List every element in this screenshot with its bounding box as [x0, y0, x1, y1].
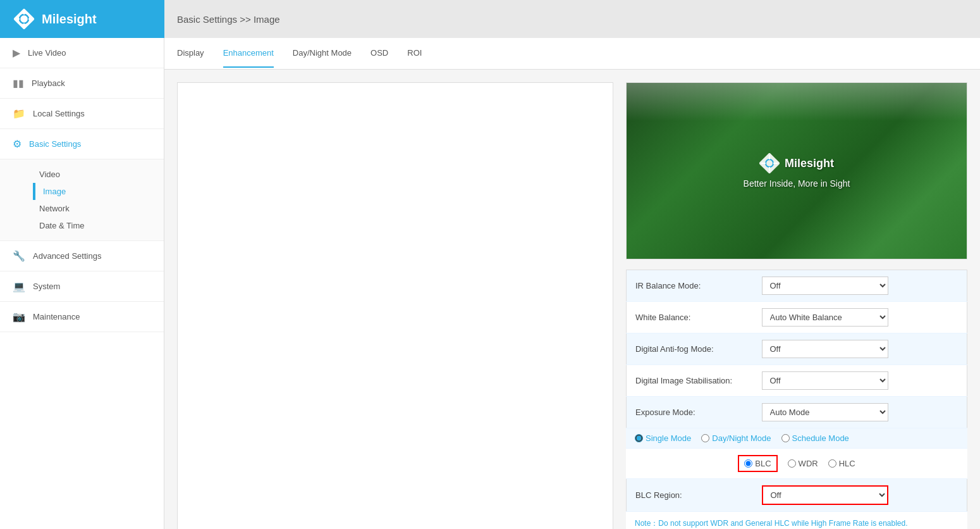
- sidebar-item-label-advanced: Advanced Settings: [33, 251, 101, 261]
- radio-day-night[interactable]: Day/Night Mode: [701, 433, 771, 443]
- select-antifog[interactable]: Off Low Medium High: [762, 340, 888, 358]
- radio-input-single[interactable]: [635, 434, 643, 442]
- camera-overlay: [627, 83, 967, 121]
- select-exposure[interactable]: Auto Mode Manual Mode: [762, 403, 888, 421]
- sidebar-sub-network[interactable]: Network: [33, 200, 164, 217]
- radio-schedule-label: Schedule Mode: [792, 433, 849, 443]
- advanced-icon: 🔧: [13, 250, 25, 262]
- breadcrumb-area: Basic Settings >> Image: [164, 0, 980, 38]
- sidebar-sub-video[interactable]: Video: [33, 166, 164, 183]
- camera-tagline: Better Inside, More in Sight: [744, 178, 850, 189]
- sidebar-item-label-basic-settings: Basic Settings: [29, 139, 81, 149]
- system-icon: 💻: [13, 280, 25, 292]
- sidebar-item-basic-settings[interactable]: ⚙ Basic Settings: [0, 129, 164, 159]
- note-row: Note：Do not support WDR and General HLC …: [626, 512, 967, 529]
- row-antifog: Digital Anti-fog Mode: Off Low Medium Hi…: [627, 333, 967, 365]
- radio-hlc-label[interactable]: HLC: [828, 459, 855, 468]
- row-dis: Digital Image Stabilisation: Off On: [627, 365, 967, 397]
- note-text: Note：Do not support WDR and General HLC …: [635, 519, 908, 528]
- camera-logo-icon: [759, 153, 780, 173]
- radio-single-mode[interactable]: Single Mode: [635, 433, 691, 443]
- select-white-balance[interactable]: Auto White Balance Manual Fluorescent In…: [762, 308, 888, 327]
- milesight-logo-icon: [13, 8, 35, 30]
- blc-text: BLC: [755, 459, 771, 468]
- select-ir-balance[interactable]: Off On Auto: [762, 277, 888, 295]
- left-panel: [177, 82, 613, 529]
- radio-input-schedule[interactable]: [781, 434, 790, 442]
- sidebar-sub-image[interactable]: Image: [35, 183, 164, 200]
- sidebar-sub-date-time[interactable]: Date & Time: [33, 217, 164, 234]
- backlight-row: BLC WDR HLC: [626, 449, 967, 479]
- sidebar-item-playback[interactable]: ▮▮ Playback: [0, 68, 164, 99]
- playback-icon: ▮▮: [13, 77, 24, 89]
- sub-image-label: Image: [43, 187, 66, 196]
- radio-wdr-label[interactable]: WDR: [788, 459, 818, 468]
- hlc-text: HLC: [839, 459, 855, 468]
- maintenance-icon: 📷: [13, 311, 25, 323]
- gear-icon: ⚙: [13, 138, 21, 150]
- tab-display[interactable]: Display: [177, 39, 204, 68]
- sub-network-label: Network: [39, 204, 70, 213]
- logo-area: Milesight: [0, 0, 164, 38]
- right-panel: Milesight Better Inside, More in Sight I…: [626, 82, 967, 529]
- row-blc-region: BLC Region: Off On: [627, 479, 967, 512]
- select-blc-region[interactable]: Off On: [762, 485, 888, 505]
- sidebar-item-label-live-video: Live Video: [28, 48, 66, 58]
- content-inner: Milesight Better Inside, More in Sight I…: [164, 70, 980, 529]
- label-antifog: Digital Anti-fog Mode:: [627, 333, 753, 365]
- radio-hlc[interactable]: [828, 459, 836, 468]
- settings-table: IR Balance Mode: Off On Auto: [626, 270, 967, 428]
- live-video-icon: ▶: [13, 47, 20, 59]
- radio-input-day-night[interactable]: [701, 434, 709, 442]
- main-content: Display Enhancement Day/Night Mode OSD R…: [164, 38, 980, 529]
- folder-icon: 📁: [13, 108, 25, 120]
- radio-single-label: Single Mode: [646, 433, 691, 443]
- sidebar: ▶ Live Video ▮▮ Playback 📁 Local Setting…: [0, 38, 164, 529]
- blc-region-table: BLC Region: Off On: [626, 479, 967, 512]
- sidebar-sub-menu: Video Image Network Date & Time: [0, 159, 164, 241]
- select-dis[interactable]: Off On: [762, 371, 888, 390]
- sub-video-label: Video: [39, 170, 60, 179]
- radio-blc-label[interactable]: BLC: [738, 455, 777, 472]
- sidebar-item-label-maintenance: Maintenance: [33, 312, 80, 321]
- row-white-balance: White Balance: Auto White Balance Manual…: [627, 302, 967, 333]
- sub-date-time-label: Date & Time: [39, 221, 85, 230]
- tab-bar: Display Enhancement Day/Night Mode OSD R…: [164, 38, 980, 70]
- label-dis: Digital Image Stabilisation:: [627, 365, 753, 397]
- label-blc-region: BLC Region:: [627, 479, 753, 512]
- logo-text: Milesight: [42, 12, 97, 27]
- radio-schedule[interactable]: Schedule Mode: [781, 433, 849, 443]
- sidebar-item-advanced-settings[interactable]: 🔧 Advanced Settings: [0, 241, 164, 271]
- sidebar-sub-image-container: Image: [33, 183, 164, 200]
- label-exposure: Exposure Mode:: [627, 397, 753, 428]
- radio-day-night-label: Day/Night Mode: [712, 433, 771, 443]
- tab-day-night-mode[interactable]: Day/Night Mode: [293, 39, 352, 68]
- label-white-balance: White Balance:: [627, 302, 753, 333]
- tab-roi[interactable]: ROI: [407, 39, 422, 68]
- wdr-text: WDR: [799, 459, 818, 468]
- camera-brand-text: Milesight: [785, 157, 834, 170]
- sidebar-item-system[interactable]: 💻 System: [0, 271, 164, 302]
- sidebar-item-maintenance[interactable]: 📷 Maintenance: [0, 302, 164, 332]
- sidebar-item-label-local-settings: Local Settings: [33, 109, 85, 118]
- exposure-mode-group: Single Mode Day/Night Mode Schedule Mode: [626, 428, 967, 449]
- sidebar-item-live-video[interactable]: ▶ Live Video: [0, 38, 164, 68]
- row-ir-balance: IR Balance Mode: Off On Auto: [627, 270, 967, 302]
- sidebar-item-local-settings[interactable]: 📁 Local Settings: [0, 99, 164, 129]
- radio-wdr[interactable]: [788, 459, 796, 468]
- radio-blc[interactable]: [744, 459, 752, 468]
- label-ir-balance: IR Balance Mode:: [627, 270, 753, 302]
- camera-logo: Milesight Better Inside, More in Sight: [744, 153, 850, 189]
- camera-preview: Milesight Better Inside, More in Sight: [626, 82, 967, 259]
- tab-enhancement[interactable]: Enhancement: [223, 39, 274, 68]
- row-exposure: Exposure Mode: Auto Mode Manual Mode: [627, 397, 967, 428]
- breadcrumb: Basic Settings >> Image: [177, 14, 280, 25]
- tab-osd[interactable]: OSD: [371, 39, 388, 68]
- sidebar-item-label-system: System: [33, 282, 60, 291]
- sidebar-item-label-playback: Playback: [32, 78, 65, 88]
- camera-preview-bg: Milesight Better Inside, More in Sight: [627, 83, 967, 259]
